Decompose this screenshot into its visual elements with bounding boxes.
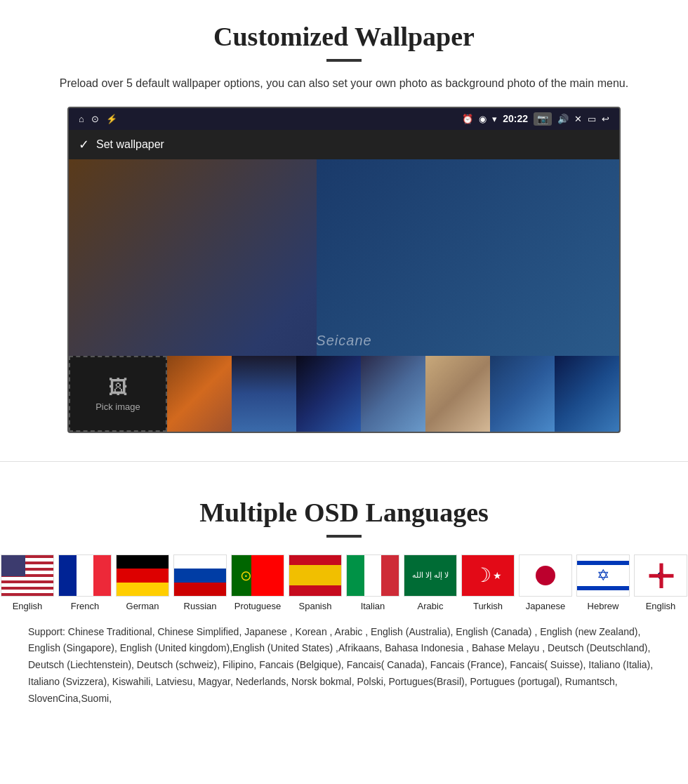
flag-item-turkish: ☽ ★ Turkish <box>461 554 515 611</box>
pick-image-icon: 🖼 <box>108 376 128 399</box>
flag-item-english-uk: English <box>634 554 687 611</box>
flag-italy <box>346 554 399 597</box>
flag-item-russian: Russian <box>173 554 227 611</box>
volume-icon: 🔊 <box>557 114 569 124</box>
flag-portugal <box>231 554 284 597</box>
window-icon: ▭ <box>588 114 596 124</box>
flag-label-portuguese: Protuguese <box>234 601 282 611</box>
wallpaper-main-area: Seicane <box>69 159 619 356</box>
languages-section: Multiple OSD Languages English French Ge… <box>0 476 688 722</box>
statusbar-left: ⌂ ⊙ ⚡ <box>79 114 117 124</box>
flag-item-japanese: Japanese <box>519 554 572 611</box>
flag-germany <box>116 554 169 597</box>
flag-item-arabic: لا إله إلا الله Arabic <box>404 554 457 611</box>
flag-uk <box>634 554 687 597</box>
flag-label-english-uk: English <box>646 601 676 611</box>
wallpaper-title: Customized Wallpaper <box>28 21 660 52</box>
wifi-icon: ▾ <box>492 114 497 124</box>
thumbnail-4[interactable] <box>361 356 425 432</box>
close-x-icon: ✕ <box>574 114 582 124</box>
seicane-watermark: Seicane <box>316 333 371 349</box>
android-actionbar: ✓ Set wallpaper <box>69 130 619 159</box>
flag-label-arabic: Arabic <box>418 601 444 611</box>
thumbnail-2[interactable] <box>232 356 296 432</box>
thumbnail-3[interactable] <box>296 356 361 432</box>
android-screen-mockup: ⌂ ⊙ ⚡ ⏰ ◉ ▾ 20:22 📷 🔊 ✕ ▭ ↩ ✓ Set wallpa… <box>67 107 621 433</box>
flag-spain <box>289 554 342 597</box>
status-time: 20:22 <box>503 113 528 124</box>
flag-item-english-us: English <box>1 554 54 611</box>
check-icon: ✓ <box>79 137 89 152</box>
flag-label-japanese: Japanese <box>526 601 565 611</box>
camera-icon: 📷 <box>534 112 552 126</box>
flag-turkey: ☽ ★ <box>461 554 515 597</box>
wallpaper-section: Customized Wallpaper Preload over 5 defa… <box>0 0 688 447</box>
israel-star-of-david: ✡ <box>597 568 609 583</box>
wallpaper-blue-overlay <box>317 159 619 356</box>
arabic-text: لا إله إلا الله <box>409 567 451 583</box>
israel-stripe-bottom <box>577 586 629 590</box>
section-divider <box>0 461 688 462</box>
support-text: Support: Chinese Traditional, Chinese Si… <box>14 617 674 707</box>
flag-label-french: French <box>71 601 99 611</box>
thumbnail-5[interactable] <box>425 356 490 432</box>
statusbar-right: ⏰ ◉ ▾ 20:22 📷 🔊 ✕ ▭ ↩ <box>462 112 609 126</box>
pick-image-button[interactable]: 🖼 Pick image <box>69 356 167 432</box>
turkey-star: ★ <box>493 570 502 581</box>
israel-stripe-top <box>577 561 629 565</box>
languages-title-underline <box>326 535 362 538</box>
pick-image-label: Pick image <box>95 401 140 412</box>
flag-usa <box>1 554 54 597</box>
title-underline <box>326 59 362 62</box>
flag-france <box>58 554 112 597</box>
usb-icon: ⚡ <box>106 114 117 124</box>
flag-item-spanish: Spanish <box>289 554 342 611</box>
flags-row: English French German Russian Protuguese… <box>14 554 674 611</box>
time-icon: ⊙ <box>91 114 99 124</box>
japan-circle <box>536 566 555 585</box>
flag-russia <box>173 554 227 597</box>
flag-item-german: German <box>116 554 169 611</box>
languages-title: Multiple OSD Languages <box>14 497 674 528</box>
alarm-icon: ⏰ <box>462 114 473 124</box>
flag-item-hebrew: ✡ Hebrew <box>576 554 630 611</box>
flag-japan <box>519 554 572 597</box>
flag-item-portuguese: Protuguese <box>231 554 284 611</box>
flag-label-turkish: Turkish <box>473 601 503 611</box>
thumbnail-strip: 🖼 Pick image <box>69 356 619 432</box>
flag-item-italian: Italian <box>346 554 399 611</box>
flag-label-hebrew: Hebrew <box>588 601 619 611</box>
android-statusbar: ⌂ ⊙ ⚡ ⏰ ◉ ▾ 20:22 📷 🔊 ✕ ▭ ↩ <box>69 108 619 130</box>
flag-israel: ✡ <box>576 554 630 597</box>
flag-label-russian: Russian <box>184 601 217 611</box>
flag-label-german: German <box>126 601 159 611</box>
thumbnail-1[interactable] <box>167 356 232 432</box>
flag-label-english-us: English <box>13 601 43 611</box>
flag-label-italian: Italian <box>361 601 385 611</box>
turkey-crescent: ☽ <box>474 564 491 587</box>
flag-label-spanish: Spanish <box>299 601 332 611</box>
flag-arabic: لا إله إلا الله <box>404 554 457 597</box>
thumbnail-6[interactable] <box>490 356 555 432</box>
wallpaper-description: Preload over 5 default wallpaper options… <box>42 74 646 93</box>
thumbnail-7[interactable] <box>555 356 619 432</box>
flag-item-french: French <box>58 554 112 611</box>
location-icon: ◉ <box>479 114 487 124</box>
set-wallpaper-label: Set wallpaper <box>96 138 164 151</box>
back-icon: ↩ <box>602 114 609 124</box>
home-icon: ⌂ <box>79 114 84 124</box>
